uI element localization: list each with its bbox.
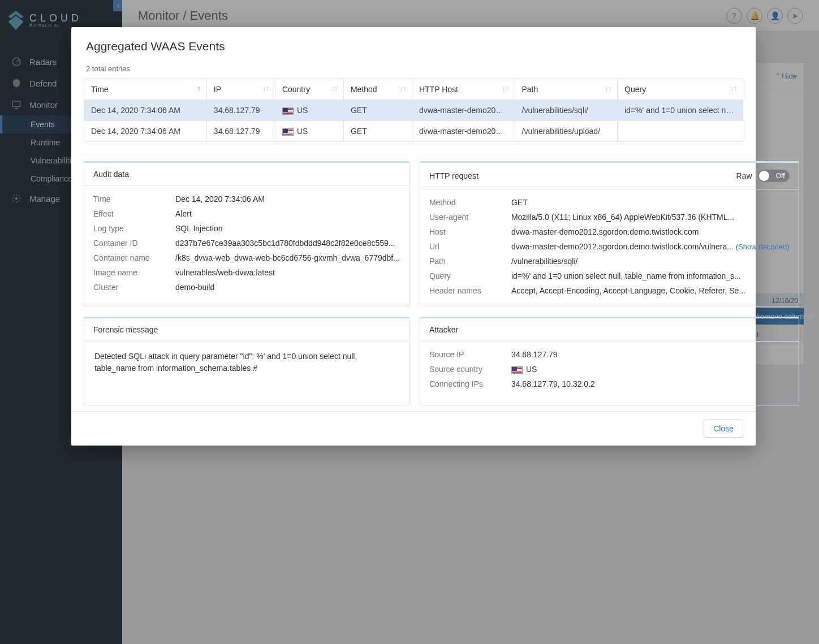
cell-method: GET xyxy=(343,100,412,121)
col-label: Country xyxy=(282,85,310,94)
kv-value-text: dvwa-master-demo2012.sgordon.demo.twistl… xyxy=(511,242,734,251)
kv-value-text: d237b7e67ce39aa303c5bc1d780fdbddd948c2f8… xyxy=(175,239,395,248)
flag-us-icon xyxy=(282,128,294,136)
cell-country-label: US xyxy=(297,106,308,115)
kv-key: Connecting IPs xyxy=(429,379,511,388)
kv-value-text: US xyxy=(526,365,537,374)
sort-icon: ↓↑ xyxy=(502,85,509,93)
cell-country: US xyxy=(275,121,343,142)
kv-value-text: GET xyxy=(511,198,528,207)
col-label: IP xyxy=(214,85,221,94)
cell-ip: 34.68.127.79 xyxy=(206,121,275,142)
kv-key: Cluster xyxy=(93,283,175,292)
kv-row: Log typeSQL Injection xyxy=(93,221,400,236)
kv-row: MethodGET xyxy=(429,195,790,210)
kv-value: d237b7e67ce39aa303c5bc1d780fdbddd948c2f8… xyxy=(175,239,400,248)
col-header-country[interactable]: Country↓↑ xyxy=(275,79,343,100)
kv-value-text: dvwa-master-demo2012.sgordon.demo.twistl… xyxy=(511,227,699,236)
toggle-state-label: Off xyxy=(776,172,785,180)
kv-row: Urldvwa-master-demo2012.sgordon.demo.twi… xyxy=(429,239,790,254)
kv-value: Accept, Accept-Encoding, Accept-Language… xyxy=(511,286,790,295)
kv-row: Header namesAccept, Accept-Encoding, Acc… xyxy=(429,283,790,298)
table-row[interactable]: Dec 14, 2020 7:34:06 AM 34.68.127.79 US … xyxy=(84,121,743,142)
kv-key: Log type xyxy=(93,224,175,233)
col-header-method[interactable]: Method↓↑ xyxy=(343,79,412,100)
kv-row: User-agentMozilla/5.0 (X11; Linux x86_64… xyxy=(429,210,790,224)
modal-title: Aggregated WAAS Events xyxy=(71,27,756,60)
kv-row: Clusterdemo-build xyxy=(93,280,400,295)
kv-key: Effect xyxy=(93,209,175,218)
cell-query xyxy=(618,121,743,142)
panel-title: Forensic message xyxy=(84,318,409,342)
kv-key: User-agent xyxy=(429,213,511,222)
table-header-row: Time↑ IP↓↑ Country↓↑ Method↓↑ HTTP Host↓… xyxy=(84,79,743,100)
forensic-text: Detected SQLi attack in query parameter … xyxy=(93,347,400,397)
col-label: Query xyxy=(624,85,646,94)
close-button[interactable]: Close xyxy=(704,420,743,438)
kv-row: EffectAlert xyxy=(93,206,400,221)
cell-country: US xyxy=(275,100,343,121)
kv-value: 34.68.127.79, 10.32.0.2 xyxy=(511,379,790,388)
cell-path: /vulnerabilities/sqli/ xyxy=(515,100,618,121)
kv-value: /vulnerabilities/sqli/ xyxy=(511,257,790,266)
entry-count: 2 total entries xyxy=(84,60,743,79)
kv-row: Source countryUS xyxy=(429,362,790,377)
kv-value: demo-build xyxy=(175,283,400,292)
panel-title: HTTP request xyxy=(429,171,479,180)
cell-host: dvwa-master-demo2012.... xyxy=(412,121,515,142)
col-header-query[interactable]: Query↓↑ xyxy=(618,79,743,100)
kv-value: Mozilla/5.0 (X11; Linux x86_64) AppleWeb… xyxy=(511,213,790,222)
kv-value: dvwa-master-demo2012.sgordon.demo.twistl… xyxy=(511,242,790,251)
show-decoded-link[interactable]: (Show decoded) xyxy=(736,243,790,251)
flag-us-icon xyxy=(511,366,523,374)
raw-toggle[interactable]: Raw Off xyxy=(736,170,790,182)
attacker-panel: Attacker Source IP34.68.127.79Source cou… xyxy=(420,317,799,405)
cell-time: Dec 14, 2020 7:34:06 AM xyxy=(84,100,207,121)
kv-value: Dec 14, 2020 7:34:06 AM xyxy=(175,195,400,204)
kv-key: Path xyxy=(429,257,511,266)
cell-country-label: US xyxy=(297,127,308,136)
kv-value: SQL Injection xyxy=(175,224,400,233)
kv-value: 34.68.127.79 xyxy=(511,350,790,359)
close-label: Close xyxy=(713,424,734,433)
kv-key: Container name xyxy=(93,253,175,262)
kv-value-text: demo-build xyxy=(175,283,214,292)
http-panel: HTTP request Raw Off MethodGETUser-agent… xyxy=(420,161,799,306)
kv-value-text: Accept, Accept-Encoding, Accept-Language… xyxy=(511,286,745,295)
kv-value: /k8s_dvwa-web_dvwa-web-bc6cd6756-gxvmh_d… xyxy=(175,253,400,262)
sort-icon: ↓↑ xyxy=(730,85,737,93)
kv-value: US xyxy=(511,365,790,374)
col-header-ip[interactable]: IP↓↑ xyxy=(206,79,275,100)
col-header-path[interactable]: Path↓↑ xyxy=(515,79,618,100)
kv-value-text: id=%' and 1=0 union select null, table_n… xyxy=(511,271,741,280)
kv-value: dvwa-master-demo2012.sgordon.demo.twistl… xyxy=(511,227,790,236)
kv-value: id=%' and 1=0 union select null, table_n… xyxy=(511,271,790,280)
kv-row: Hostdvwa-master-demo2012.sgordon.demo.tw… xyxy=(429,224,790,239)
kv-row: Connecting IPs34.68.127.79, 10.32.0.2 xyxy=(429,377,790,391)
col-label: Time xyxy=(91,85,109,94)
col-label: HTTP Host xyxy=(419,85,458,94)
kv-key: Method xyxy=(429,198,511,207)
sort-icon: ↓↑ xyxy=(605,85,611,93)
kv-row: Container name/k8s_dvwa-web_dvwa-web-bc6… xyxy=(93,250,400,265)
raw-toggle-label: Raw xyxy=(736,171,752,180)
kv-row: Image namevulnerables/web-dvwa:latest xyxy=(93,265,400,280)
cell-host: dvwa-master-demo2012.... xyxy=(412,100,515,121)
col-header-host[interactable]: HTTP Host↓↑ xyxy=(412,79,515,100)
sort-icon: ↓↑ xyxy=(399,85,406,93)
table-row[interactable]: Dec 14, 2020 7:34:06 AM 34.68.127.79 US … xyxy=(84,100,743,121)
kv-row: Queryid=%' and 1=0 union select null, ta… xyxy=(429,269,790,283)
kv-value-text: SQL Injection xyxy=(175,224,223,233)
cell-path: /vulnerabilities/upload/ xyxy=(515,121,618,142)
kv-key: Url xyxy=(429,242,511,251)
toggle-knob xyxy=(759,171,769,181)
col-label: Method xyxy=(351,85,377,94)
kv-value: vulnerables/web-dvwa:latest xyxy=(175,268,400,277)
sort-icon: ↓↑ xyxy=(262,85,269,93)
panel-title: Audit data xyxy=(84,163,409,186)
kv-row: Source IP34.68.127.79 xyxy=(429,347,790,362)
kv-row: TimeDec 14, 2020 7:34:06 AM xyxy=(93,192,400,206)
col-header-time[interactable]: Time↑ xyxy=(84,79,207,100)
toggle-switch[interactable]: Off xyxy=(758,170,790,182)
aggregated-events-modal: Aggregated WAAS Events 2 total entries T… xyxy=(71,27,756,446)
